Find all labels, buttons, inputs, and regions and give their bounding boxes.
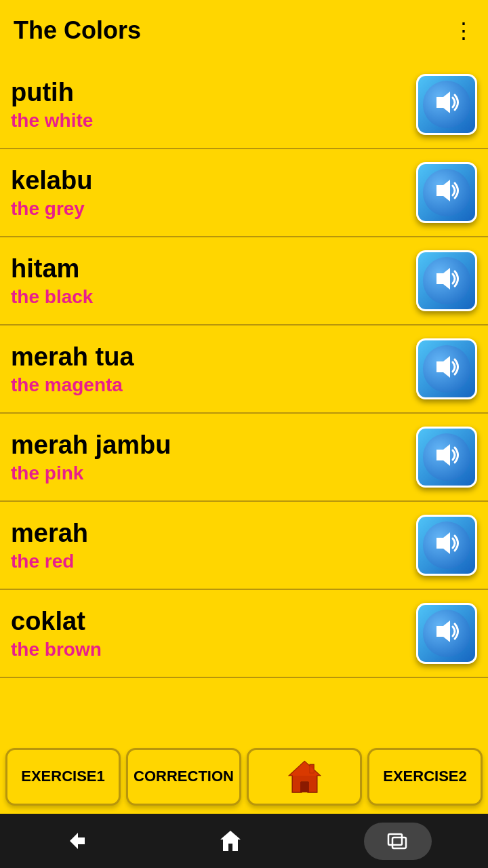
- header: The Colors ⋮: [0, 0, 488, 61]
- page-title: The Colors: [14, 16, 141, 45]
- svg-marker-11: [220, 831, 241, 851]
- svg-rect-9: [300, 781, 309, 792]
- item-text-3: merah tua the magenta: [11, 342, 416, 396]
- item-translation-2: the black: [11, 286, 416, 308]
- item-word-1: kelabu: [11, 166, 416, 195]
- back-button[interactable]: [56, 821, 97, 861]
- item-translation-3: the magenta: [11, 374, 416, 396]
- list-item: kelabu the grey: [0, 149, 488, 237]
- item-word-4: merah jambu: [11, 431, 416, 460]
- item-word-0: putih: [11, 78, 416, 107]
- correction-button[interactable]: CORRECTION: [126, 748, 241, 806]
- speaker-icon-6: [431, 616, 462, 652]
- item-text-1: kelabu the grey: [11, 166, 416, 220]
- item-translation-0: the white: [11, 110, 416, 132]
- svg-marker-1: [436, 180, 450, 201]
- item-text-0: putih the white: [11, 78, 416, 132]
- list-item: hitam the black: [0, 237, 488, 326]
- home-system-button[interactable]: [210, 821, 251, 861]
- audio-button-5[interactable]: [416, 515, 477, 576]
- audio-button-1[interactable]: [416, 162, 477, 223]
- audio-button-3[interactable]: [416, 338, 477, 399]
- menu-icon[interactable]: ⋮: [453, 18, 474, 43]
- speaker-icon-4: [431, 439, 462, 475]
- system-navigation: [0, 814, 488, 868]
- item-translation-5: the red: [11, 551, 416, 572]
- svg-rect-12: [388, 834, 402, 845]
- item-word-2: hitam: [11, 254, 416, 283]
- list-item: coklat the brown: [0, 590, 488, 678]
- speaker-icon-5: [431, 528, 462, 564]
- home-icon: [286, 758, 323, 795]
- word-list: putih the white kelabu the grey: [0, 61, 488, 739]
- svg-marker-2: [436, 268, 450, 290]
- item-word-5: merah: [11, 519, 416, 548]
- item-text-2: hitam the black: [11, 254, 416, 308]
- item-translation-1: the grey: [11, 198, 416, 220]
- svg-marker-6: [436, 620, 450, 642]
- audio-button-6[interactable]: [416, 603, 477, 664]
- speaker-icon-0: [431, 87, 462, 123]
- speaker-icon-2: [431, 263, 462, 299]
- recents-button[interactable]: [364, 823, 432, 860]
- exercise2-button[interactable]: EXERCISE2: [367, 748, 483, 806]
- audio-button-2[interactable]: [416, 250, 477, 311]
- speaker-icon-1: [431, 175, 462, 211]
- item-text-5: merah the red: [11, 519, 416, 572]
- svg-marker-3: [436, 356, 450, 378]
- item-word-3: merah tua: [11, 342, 416, 372]
- item-translation-4: the pink: [11, 462, 416, 484]
- svg-rect-13: [392, 837, 406, 848]
- exercise1-button[interactable]: EXERCISE1: [5, 748, 121, 806]
- item-translation-6: the brown: [11, 639, 416, 660]
- svg-marker-0: [436, 92, 450, 113]
- list-item: putih the white: [0, 61, 488, 149]
- item-text-6: coklat the brown: [11, 607, 416, 660]
- list-item: merah tua the magenta: [0, 326, 488, 414]
- audio-button-0[interactable]: [416, 74, 477, 135]
- audio-button-4[interactable]: [416, 427, 477, 488]
- svg-marker-5: [436, 532, 450, 554]
- home-button[interactable]: [247, 748, 362, 806]
- item-word-6: coklat: [11, 607, 416, 636]
- bottom-navigation: EXERCISE1 CORRECTION EXERCISE2: [0, 739, 488, 814]
- speaker-icon-3: [431, 351, 462, 387]
- svg-marker-10: [289, 761, 320, 775]
- svg-marker-4: [436, 444, 450, 466]
- item-text-4: merah jambu the pink: [11, 431, 416, 484]
- list-item: merah the red: [0, 502, 488, 590]
- list-item: merah jambu the pink: [0, 414, 488, 502]
